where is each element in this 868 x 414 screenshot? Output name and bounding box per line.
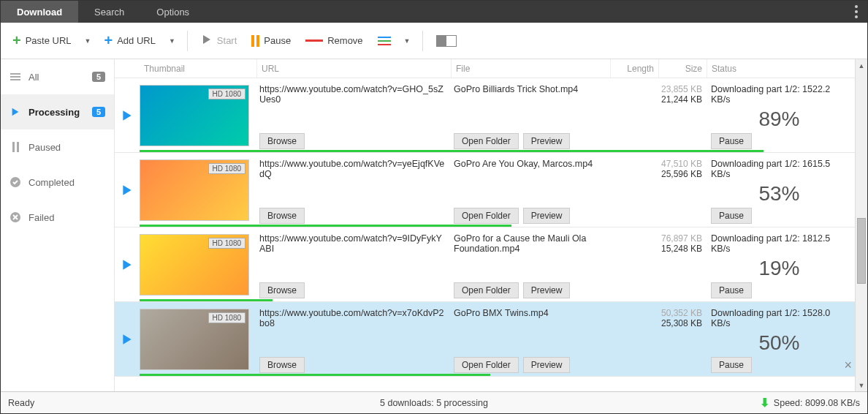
tab-search[interactable]: Search [78, 1, 140, 23]
status-speed: Speed: 8099.08 KB/s [774, 398, 860, 408]
sidebar-item-label: All [28, 72, 85, 83]
thumbnail[interactable]: HD 1080 [140, 78, 256, 152]
plus-icon: + [104, 32, 113, 49]
row-play-button[interactable] [115, 153, 140, 227]
quality-badge: HD 1080 [208, 312, 245, 323]
scroll-thumb[interactable] [857, 218, 866, 284]
close-icon[interactable]: × [844, 358, 852, 373]
paste-url-label: Paste URL [26, 35, 72, 46]
browse-button[interactable]: Browse [259, 282, 305, 298]
check-icon [9, 176, 21, 188]
list-icon [9, 71, 21, 83]
column-headers: Thumbnail URL File Length Size Status [115, 59, 855, 78]
open-folder-button[interactable]: Open Folder [454, 133, 519, 149]
row-pause-button[interactable]: Pause [711, 282, 752, 298]
download-list: HD 1080 https://www.youtube.com/watch?v=… [115, 78, 855, 391]
size-total: 47,510 KB [658, 159, 702, 169]
paste-url-dropdown[interactable]: ▼ [82, 37, 94, 45]
sidebar-item-processing[interactable]: Processing 5 [1, 94, 114, 129]
remove-button[interactable]: Remove [301, 32, 367, 49]
sidebar-item-label: Processing [28, 107, 85, 118]
priority-dropdown[interactable]: ▼ [401, 37, 414, 45]
row-pause-button[interactable]: Pause [711, 133, 752, 149]
quality-badge: HD 1080 [208, 163, 245, 174]
add-url-button[interactable]: + Add URL [99, 29, 159, 52]
count-badge: 5 [92, 107, 105, 117]
size-done: 25,308 KB [658, 318, 702, 328]
progress-percent: 50% [711, 331, 848, 355]
thumbnail[interactable]: HD 1080 [140, 302, 256, 376]
sidebar-item-label: Completed [28, 177, 105, 188]
row-play-button[interactable] [115, 227, 140, 301]
row-play-button[interactable] [115, 78, 140, 152]
svg-marker-6 [123, 110, 131, 121]
layout-icon [436, 35, 457, 47]
pause-button[interactable]: Pause [247, 32, 295, 50]
browse-button[interactable]: Browse [259, 357, 305, 373]
download-row[interactable]: HD 1080 https://www.youtube.com/watch?v=… [115, 153, 855, 227]
row-pause-button[interactable]: Pause [711, 208, 752, 224]
header-length[interactable]: Length [610, 59, 658, 78]
sidebar-item-failed[interactable]: Failed [1, 200, 114, 235]
thumbnail[interactable]: HD 1080 [140, 153, 256, 227]
sidebar-item-label: Failed [28, 212, 105, 223]
add-url-dropdown[interactable]: ▼ [166, 37, 178, 45]
tab-bar: Download Search Options [1, 1, 867, 23]
start-label: Start [217, 35, 237, 46]
size-done: 21,244 KB [658, 94, 702, 105]
speed-icon: ⬇ [760, 396, 769, 410]
svg-marker-7 [123, 185, 131, 195]
open-folder-button[interactable]: Open Folder [454, 282, 519, 298]
open-folder-button[interactable]: Open Folder [454, 208, 519, 224]
progress-percent: 89% [711, 108, 848, 131]
download-row[interactable]: HD 1080 https://www.youtube.com/watch?v=… [115, 302, 855, 377]
svg-marker-0 [203, 35, 210, 44]
download-row[interactable]: HD 1080 https://www.youtube.com/watch?v=… [115, 227, 855, 302]
play-icon [201, 34, 213, 48]
browse-button[interactable]: Browse [259, 208, 305, 224]
priority-button[interactable] [373, 34, 395, 48]
menu-icon[interactable] [845, 1, 867, 23]
sidebar-item-all[interactable]: All 5 [1, 59, 114, 94]
browse-button[interactable]: Browse [259, 133, 305, 149]
status-summary: 5 downloads: 5 processing [292, 398, 576, 408]
status-message: Downloading part 1/2: 1615.5 KB/s [711, 159, 848, 179]
filename-text: GoPro BMX Twins.mp4 [454, 308, 606, 318]
tab-download[interactable]: Download [1, 1, 78, 23]
sidebar-item-paused[interactable]: Paused [1, 129, 114, 165]
size-total: 23,855 KB [658, 84, 702, 94]
tab-options[interactable]: Options [140, 1, 205, 23]
header-status[interactable]: Status [707, 59, 855, 78]
preview-button[interactable]: Preview [523, 282, 571, 298]
open-folder-button[interactable]: Open Folder [454, 357, 519, 373]
preview-button[interactable]: Preview [523, 133, 571, 149]
size-done: 15,248 KB [658, 244, 702, 254]
header-size[interactable]: Size [658, 59, 707, 78]
size-total: 76,897 KB [658, 233, 702, 244]
thumbnail[interactable]: HD 1080 [140, 227, 256, 301]
start-button[interactable]: Start [197, 31, 241, 50]
header-url[interactable]: URL [256, 59, 451, 78]
row-play-button[interactable] [115, 302, 140, 376]
header-file[interactable]: File [451, 59, 610, 78]
url-text: https://www.youtube.com/watch?v=GHO_5sZU… [259, 84, 446, 105]
quality-badge: HD 1080 [208, 238, 245, 249]
progress-bar [140, 150, 764, 152]
preview-button[interactable]: Preview [523, 208, 571, 224]
paste-url-button[interactable]: + Paste URL [8, 29, 76, 52]
download-row[interactable]: HD 1080 https://www.youtube.com/watch?v=… [115, 78, 855, 153]
header-thumbnail[interactable]: Thumbnail [140, 59, 256, 78]
add-url-label: Add URL [117, 35, 156, 46]
row-pause-button[interactable]: Pause [711, 357, 752, 373]
vertical-scrollbar[interactable]: ▲ ▼ [855, 59, 867, 391]
sidebar: All 5 Processing 5 Paused Completed Fail… [1, 59, 115, 391]
length-cell [610, 227, 658, 301]
preview-button[interactable]: Preview [523, 357, 571, 373]
scroll-up-icon[interactable]: ▲ [856, 59, 867, 72]
view-toggle[interactable] [432, 32, 461, 50]
scroll-track[interactable] [856, 72, 867, 379]
url-text: https://www.youtube.com/watch?v=x7oKdvP2… [259, 308, 446, 328]
sidebar-item-completed[interactable]: Completed [1, 165, 114, 200]
x-icon [9, 211, 21, 223]
scroll-down-icon[interactable]: ▼ [856, 379, 867, 391]
